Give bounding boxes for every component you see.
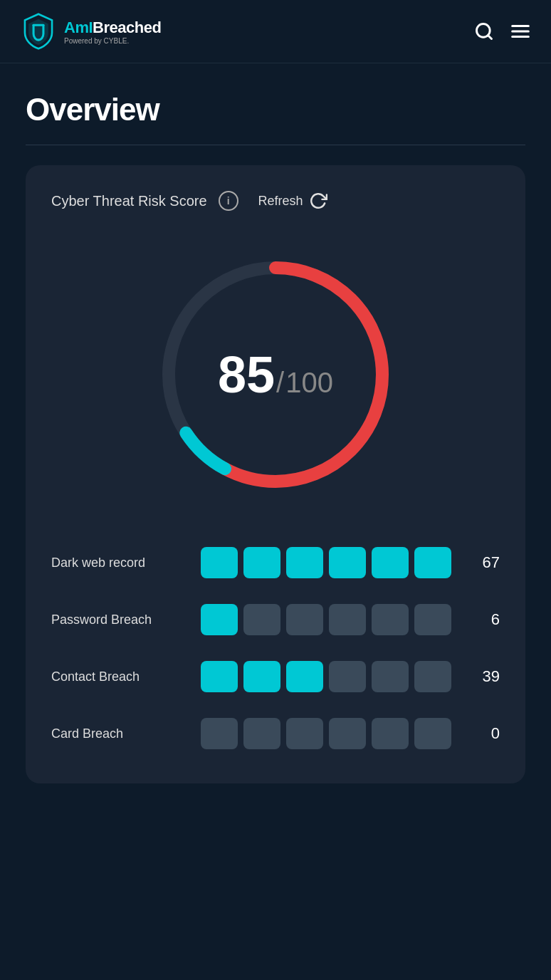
metric-count: 6 <box>466 610 500 629</box>
refresh-button[interactable]: Refresh <box>258 192 327 210</box>
score-header: Cyber Threat Risk Score i Refresh <box>51 191 500 211</box>
page-title: Overview <box>26 92 525 127</box>
metric-bar <box>286 718 323 749</box>
metric-label: Password Breach <box>51 612 201 627</box>
metric-bar <box>201 604 238 635</box>
info-button[interactable]: i <box>219 191 238 211</box>
gauge-slash: / <box>276 367 284 399</box>
metric-bar <box>414 604 451 635</box>
metric-bar <box>372 604 409 635</box>
main-card: Cyber Threat Risk Score i Refresh <box>26 165 525 783</box>
refresh-label: Refresh <box>258 194 303 209</box>
metric-bar <box>329 604 366 635</box>
powered-by-text: Powered by CYBLE. <box>64 37 161 45</box>
menu-button[interactable] <box>510 21 531 42</box>
metric-row: Password Breach6 <box>51 604 500 635</box>
app-header: AmIBreached Powered by CYBLE. <box>0 0 551 63</box>
metric-bar <box>329 718 366 749</box>
metric-bar <box>201 661 238 692</box>
search-button[interactable] <box>474 21 494 41</box>
search-icon <box>474 21 494 41</box>
metric-row: Contact Breach39 <box>51 661 500 692</box>
gauge-max-value: 100 <box>285 367 333 399</box>
gauge-container: 85 / 100 <box>51 239 500 510</box>
metric-bars <box>201 718 454 749</box>
metric-label: Contact Breach <box>51 669 201 684</box>
metric-bar <box>372 718 409 749</box>
metric-bar <box>243 547 280 578</box>
metric-bar <box>286 661 323 692</box>
metric-bar <box>286 604 323 635</box>
metric-bar <box>414 661 451 692</box>
svg-line-2 <box>488 35 491 38</box>
metric-row: Card Breach0 <box>51 718 500 749</box>
metric-bar <box>201 718 238 749</box>
metrics-section: Dark web record67Password Breach6Contact… <box>51 547 500 749</box>
metric-bar <box>414 547 451 578</box>
metric-bar <box>329 547 366 578</box>
metric-count: 39 <box>466 667 500 686</box>
logo-text-area: AmIBreached Powered by CYBLE. <box>64 19 161 45</box>
metric-count: 67 <box>466 553 500 572</box>
metric-count: 0 <box>466 724 500 743</box>
gauge-score-value: 85 <box>218 345 275 404</box>
metric-bar <box>372 547 409 578</box>
metric-bars <box>201 547 454 578</box>
metric-label: Card Breach <box>51 726 201 741</box>
score-title: Cyber Threat Risk Score <box>51 193 207 209</box>
metric-label: Dark web record <box>51 556 201 570</box>
page-title-section: Overview <box>0 63 551 145</box>
refresh-icon <box>309 192 327 210</box>
metric-bar <box>243 661 280 692</box>
metric-bar <box>372 661 409 692</box>
metric-bars <box>201 661 454 692</box>
metric-bar <box>243 604 280 635</box>
metric-bar <box>201 547 238 578</box>
logo-area: AmIBreached Powered by CYBLE. <box>20 13 161 50</box>
metric-row: Dark web record67 <box>51 547 500 578</box>
title-divider <box>26 145 525 145</box>
metric-bar <box>243 718 280 749</box>
metric-bar <box>286 547 323 578</box>
metric-bar <box>329 661 366 692</box>
hamburger-icon <box>510 21 531 42</box>
metric-bar <box>414 718 451 749</box>
header-icons <box>474 21 531 42</box>
gauge-wrapper: 85 / 100 <box>140 239 411 510</box>
gauge-score-display: 85 / 100 <box>218 345 333 404</box>
brand-logo-icon <box>20 13 57 50</box>
brand-name: AmIBreached <box>64 19 161 37</box>
metric-bars <box>201 604 454 635</box>
